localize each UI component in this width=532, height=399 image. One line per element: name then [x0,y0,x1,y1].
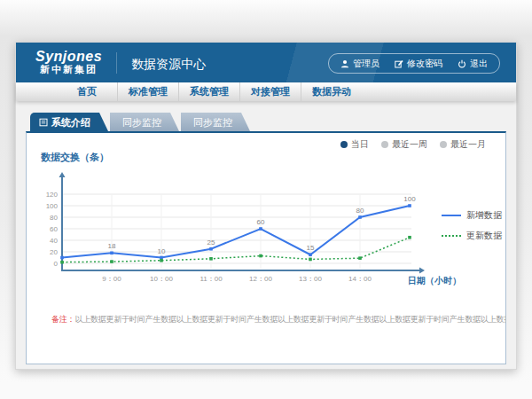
radio-dot [440,141,447,148]
data-point [358,256,362,260]
legend-item-1: 更新数据 [442,230,502,242]
main-nav: 首页标准管理系统管理对接管理数据异动 [16,82,516,101]
svg-text:12：00: 12：00 [249,275,272,283]
svg-text:80: 80 [356,207,364,215]
svg-text:100: 100 [403,195,416,203]
data-point [309,258,312,262]
nav-item-0[interactable]: 首页 [57,82,117,101]
radio-label: 最近一周 [392,138,427,151]
footnote-label: 备注： [51,315,74,324]
user-admin-button[interactable]: 管理员 [340,58,379,70]
user-icon [340,59,349,68]
data-point [160,256,163,260]
legend-swatch [442,235,461,237]
user-action-label: 退出 [470,58,488,70]
tab-0[interactable]: 系统介绍 [30,113,108,131]
data-point [259,227,262,231]
svg-text:0: 0 [54,260,59,268]
data-point [358,215,362,219]
tab-label: 同步监控 [122,113,161,132]
svg-text:100: 100 [46,202,59,210]
y-axis-title: 数据交换（条） [41,151,109,164]
footnote-text: 以上数据更新于时间产生数据以上数据更新于时间产生数据以上数据更新于时间产生数据以… [74,315,505,324]
svg-text:120: 120 [46,191,59,199]
tab-2[interactable]: 同步监控 [181,113,250,131]
period-option-0[interactable]: 当日 [340,138,369,151]
brand-logo-subtitle: 新中新集团 [35,65,102,75]
nav-item-1[interactable]: 标准管理 [117,82,178,101]
logout-button[interactable]: 退出 [458,58,488,70]
svg-text:14：00: 14：00 [348,275,372,283]
nav-item-3[interactable]: 对接管理 [239,82,301,101]
tab-label: 系统介绍 [51,113,90,132]
radio-label: 当日 [351,138,369,151]
data-point [209,247,213,251]
data-point [110,252,113,255]
data-point [259,254,262,258]
data-point [408,204,411,207]
content-area: 系统介绍同步监控同步监控 当日最近一周最近一月 数据交换（条） 02040608… [16,101,516,364]
svg-text:10: 10 [158,247,166,255]
brand-logo: Synjones 新中新集团 [35,50,102,74]
legend-item-0: 新增数据 [442,209,502,222]
svg-text:60: 60 [257,218,265,226]
change-password-button[interactable]: 修改密码 [395,58,442,70]
app-window: Synjones 新中新集团 数据资源中心 管理员修改密码退出 首页标准管理系统… [15,42,517,370]
data-point [60,256,64,260]
axes [59,172,426,274]
nav-item-4[interactable]: 数据异动 [301,82,362,101]
period-option-2[interactable]: 最近一月 [440,138,486,151]
tab-1[interactable]: 同步监控 [110,113,179,131]
svg-text:40: 40 [50,237,58,245]
footnote: 备注：以上数据更新于时间产生数据以上数据更新于时间产生数据以上数据更新于时间产生… [51,314,505,325]
legend-label: 新增数据 [466,209,502,222]
svg-text:9：00: 9：00 [102,275,121,283]
svg-text:11：00: 11：00 [200,275,223,283]
period-filter: 当日最近一周最近一月 [340,138,486,151]
tab-label: 同步监控 [193,113,232,132]
x-axis-title: 日期（小时） [408,275,461,287]
svg-text:20: 20 [50,248,58,256]
data-point [60,261,64,264]
radio-dot [381,141,388,148]
svg-text:10：00: 10：00 [150,275,173,283]
data-point [110,260,113,263]
series-0: 181025601580100 [60,195,416,259]
svg-text:25: 25 [207,239,215,246]
svg-text:13：00: 13：00 [299,275,322,283]
radio-label: 最近一月 [450,138,486,151]
nav-item-2[interactable]: 系统管理 [178,82,239,101]
user-action-label: 管理员 [353,58,379,70]
chart-legend: 新增数据更新数据 [442,209,502,242]
edit-icon [395,59,403,68]
svg-text:18: 18 [108,242,116,250]
legend-swatch [442,215,461,216]
svg-text:60: 60 [50,225,58,233]
gridlines: 020406080100120 [46,191,411,270]
tab-bar: 系统介绍同步监控同步监控 [30,113,516,131]
radio-dot [340,141,348,148]
document-icon [39,118,48,127]
data-point [160,259,163,262]
svg-text:80: 80 [50,214,58,222]
svg-text:15: 15 [307,244,315,252]
app-title: 数据资源中心 [116,52,206,74]
user-actions-bar: 管理员修改密码退出 [328,53,500,74]
user-action-label: 修改密码 [407,58,442,70]
data-point [209,257,213,261]
app-header: Synjones 新中新集团 数据资源中心 管理员修改密码退出 [16,43,516,82]
x-tick-labels: 9：0010：0011：0012：0013：0014：00 [102,275,372,283]
legend-label: 更新数据 [466,230,502,242]
chart-panel: 当日最近一周最近一月 数据交换（条） 0204060801001209：0010… [26,131,506,364]
period-option-1[interactable]: 最近一周 [381,138,427,151]
brand-logo-title: Synjones [35,50,102,65]
data-point [309,253,312,256]
power-icon [458,59,466,68]
line-chart: 0204060801001209：0010：0011：0012：0013：001… [34,168,431,301]
data-point [408,236,411,239]
